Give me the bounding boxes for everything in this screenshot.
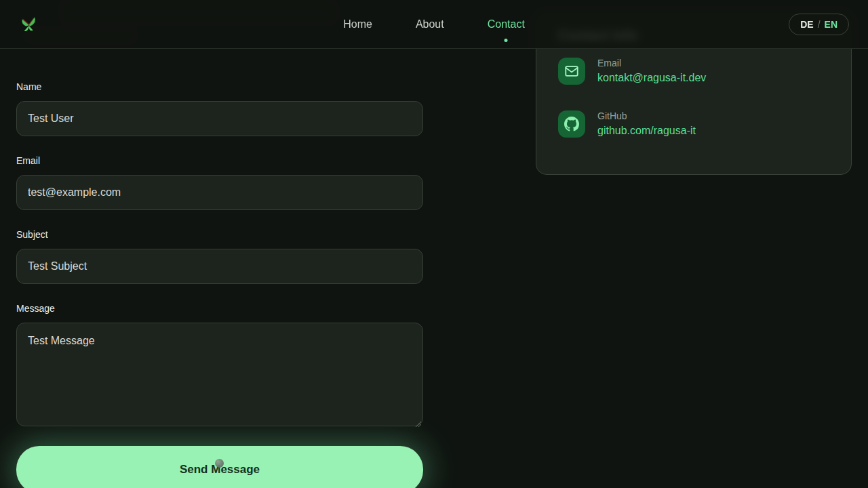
nav-item-home[interactable]: Home xyxy=(343,18,372,31)
language-option-de[interactable]: DE xyxy=(800,19,813,30)
message-label: Message xyxy=(16,304,423,314)
name-input[interactable] xyxy=(16,101,423,136)
mail-icon xyxy=(558,58,585,85)
github-row-label: GitHub xyxy=(597,111,696,121)
subject-label: Subject xyxy=(16,230,423,240)
message-field-group: Message Test Message xyxy=(16,304,423,429)
name-field-group: Name xyxy=(16,82,423,136)
logo-butterfly-icon[interactable] xyxy=(19,14,38,35)
contact-info-row-github: GitHub github.com/ragusa-it xyxy=(558,110,829,138)
navbar: Home About Contact DE / EN xyxy=(0,0,868,49)
email-address-link[interactable]: kontakt@ragusa-it.dev xyxy=(597,72,706,83)
language-option-en[interactable]: EN xyxy=(825,19,837,30)
email-row-label: Email xyxy=(597,58,706,68)
send-message-button[interactable]: Send Message xyxy=(16,446,423,488)
contact-info-row-email: Email kontakt@ragusa-it.dev xyxy=(558,58,829,85)
contact-form: Name Email Subject Message Test Message … xyxy=(16,0,423,488)
email-input[interactable] xyxy=(16,175,423,210)
github-icon xyxy=(558,110,585,138)
contact-info-email-text: Email kontakt@ragusa-it.dev xyxy=(597,58,706,84)
name-label: Name xyxy=(16,82,423,92)
email-label: Email xyxy=(16,156,423,166)
nav-item-contact-label: Contact xyxy=(488,18,525,30)
subject-input[interactable] xyxy=(16,249,423,284)
message-textarea[interactable]: Test Message xyxy=(16,323,423,426)
nav-item-contact[interactable]: Contact xyxy=(488,18,525,31)
subject-field-group: Subject xyxy=(16,230,423,284)
nav-item-about[interactable]: About xyxy=(416,18,444,31)
active-nav-dot xyxy=(505,39,508,42)
navbar-left xyxy=(19,14,343,35)
email-field-group: Email xyxy=(16,156,423,210)
language-toggle[interactable]: DE / EN xyxy=(789,14,849,35)
language-separator: / xyxy=(818,19,821,30)
contact-info-github-text: GitHub github.com/ragusa-it xyxy=(597,111,696,137)
nav-links: Home About Contact xyxy=(343,18,525,31)
github-profile-link[interactable]: github.com/ragusa-it xyxy=(597,125,696,136)
navbar-right: DE / EN xyxy=(525,14,849,35)
